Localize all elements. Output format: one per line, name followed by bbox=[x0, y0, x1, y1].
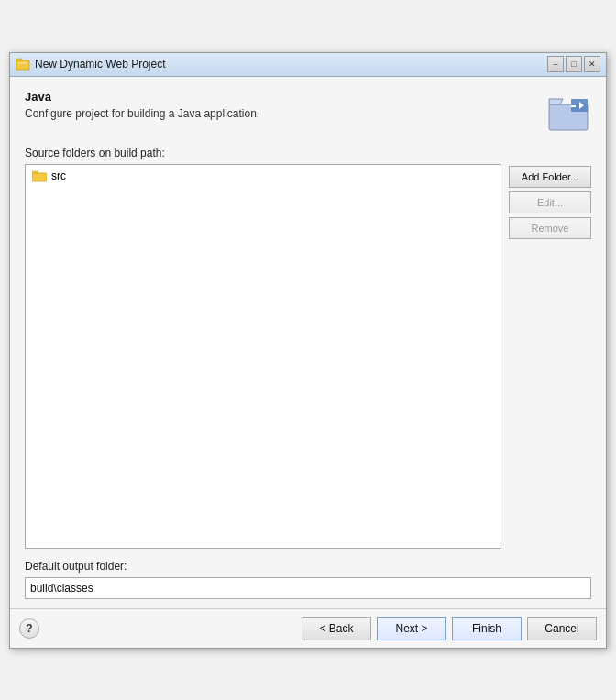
output-folder-label: Default output folder: bbox=[25, 560, 591, 573]
source-section-label: Source folders on build path: bbox=[25, 147, 591, 159]
svg-rect-8 bbox=[32, 173, 47, 181]
footer-buttons: < Back Next > Finish Cancel bbox=[302, 617, 597, 640]
title-controls: – □ ✕ bbox=[547, 56, 600, 72]
svg-marker-9 bbox=[32, 171, 38, 173]
svg-rect-0 bbox=[16, 60, 29, 70]
source-folder-name: src bbox=[51, 170, 66, 182]
svg-rect-7 bbox=[571, 105, 576, 107]
output-folder-input[interactable] bbox=[25, 577, 591, 599]
header-text-block: Java Configure project for building a Ja… bbox=[25, 90, 259, 120]
java-project-icon bbox=[547, 90, 591, 134]
maximize-button[interactable]: □ bbox=[566, 56, 582, 72]
page-subtitle: Configure project for building a Java ap… bbox=[25, 107, 259, 120]
close-button[interactable]: ✕ bbox=[584, 56, 600, 72]
main-window: New Dynamic Web Project – □ ✕ Java Confi… bbox=[9, 52, 607, 649]
title-bar-left: New Dynamic Web Project bbox=[16, 57, 166, 71]
finish-button[interactable]: Finish bbox=[452, 617, 522, 640]
header-section: Java Configure project for building a Ja… bbox=[25, 90, 591, 134]
title-bar: New Dynamic Web Project – □ ✕ bbox=[10, 53, 606, 77]
next-button[interactable]: Next > bbox=[377, 617, 446, 640]
add-folder-button[interactable]: Add Folder... bbox=[509, 166, 591, 188]
list-item[interactable]: src bbox=[28, 168, 498, 184]
help-button[interactable]: ? bbox=[19, 618, 39, 639]
minimize-button[interactable]: – bbox=[547, 56, 564, 72]
cancel-button[interactable]: Cancel bbox=[527, 617, 597, 640]
footer-left: ? bbox=[19, 618, 39, 639]
svg-marker-4 bbox=[549, 99, 563, 104]
svg-rect-2 bbox=[18, 62, 28, 64]
source-action-buttons: Add Folder... Edit... Remove bbox=[509, 164, 591, 549]
dialog-content: Java Configure project for building a Ja… bbox=[10, 77, 606, 608]
window-title: New Dynamic Web Project bbox=[35, 58, 166, 71]
source-folder-list[interactable]: src bbox=[25, 164, 501, 549]
svg-marker-1 bbox=[16, 59, 22, 60]
back-button[interactable]: < Back bbox=[302, 617, 371, 640]
remove-button[interactable]: Remove bbox=[509, 217, 591, 239]
folder-icon bbox=[32, 170, 47, 182]
page-title: Java bbox=[25, 90, 259, 104]
dialog-footer: ? < Back Next > Finish Cancel bbox=[10, 608, 606, 648]
edit-button[interactable]: Edit... bbox=[509, 191, 591, 213]
window-icon bbox=[16, 57, 30, 71]
source-panel: src Add Folder... Edit... Remove bbox=[25, 164, 591, 549]
